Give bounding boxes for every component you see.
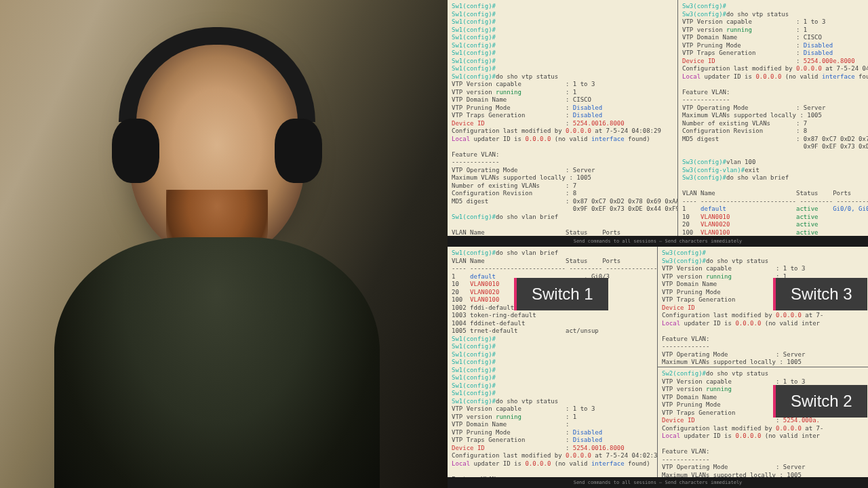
headphone-right — [275, 119, 322, 183]
face-shape — [166, 190, 268, 271]
terminal-sw3-top[interactable]: Sw3(config)# Sw3(config)#do sho vtp stat… — [678, 0, 868, 236]
terminal-sw1-top[interactable]: Sw1(config)# Sw1(config)# Sw1(config)# S… — [448, 0, 678, 236]
headphones-shape — [119, 27, 315, 122]
presenter-photo — [0, 0, 448, 488]
label-switch1: Switch 1 — [514, 278, 608, 310]
session-bar-bottom: Send commands to all sessions – Send cha… — [448, 477, 868, 488]
label-switch3: Switch 3 — [773, 278, 867, 310]
label-switch2: Switch 2 — [773, 385, 867, 418]
prompt: Sw1(config)# — [452, 3, 496, 9]
session-bar-top: Send commands to all sessions – Send cha… — [448, 236, 868, 247]
headphone-left — [112, 119, 159, 183]
